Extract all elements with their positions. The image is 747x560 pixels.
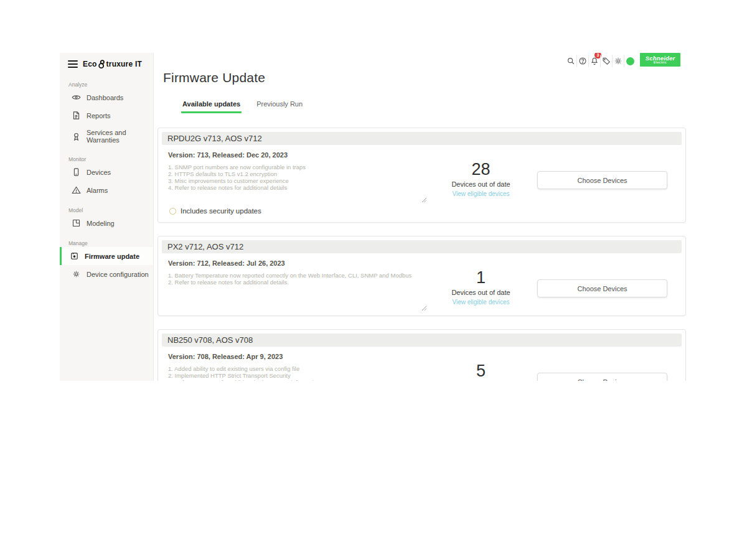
utility-bar: 3 Schneider Electric [565,53,680,67]
tab-bar: Available updates Previously Run [181,100,687,113]
brand-line1: Schneider [646,55,675,62]
sidebar-item-alarms[interactable]: Alarms [60,181,153,199]
notifications-bell-icon[interactable]: 3 [588,55,600,67]
devices-out-of-date-count: 1 [476,268,486,287]
hamburger-menu-icon[interactable] [68,60,78,68]
security-note: Includes security updates [181,207,261,215]
sidebar-item-reports[interactable]: Reports [60,106,153,124]
search-icon[interactable] [565,55,576,67]
page-canvas: Eco truxure IT Analyze Dashboards Report… [0,0,747,560]
release-note: 1. Added ability to edit existing users … [168,365,425,372]
help-icon[interactable] [576,55,588,67]
sidebar-item-label: Alarms [87,187,108,194]
ecostruxure-logo: Eco truxure IT [83,60,142,68]
card-title: NB250 v708, AOS v708 [162,334,682,347]
release-notes-box: 1. Added ability to edit existing users … [168,365,425,381]
sidebar-item-modeling[interactable]: Modeling [60,214,153,232]
security-badge-icon [169,208,176,215]
view-eligible-devices-link[interactable]: View eligible devices [452,190,509,197]
firmware-card-px2: PX2 v712, AOS v712 Version: 712, Release… [157,236,686,316]
page-content: Firmware Update Available updates Previo… [154,53,687,381]
release-note: 4. Refer to release notes for additional… [168,184,425,191]
release-note: 3. Misc improvements to customer experie… [168,177,425,184]
sidebar-item-label: Reports [87,112,111,119]
devices-out-of-date-count: 5 [476,362,486,380]
devices-icon [72,167,81,177]
sidebar-item-devices[interactable]: Devices [60,163,153,181]
user-status-dot[interactable] [624,55,636,67]
version-line: Version: 712, Released: Jul 26, 2023 [168,259,425,267]
page-title: Firmware Update [154,70,687,85]
resize-handle-icon[interactable] [421,194,427,200]
tab-available-updates[interactable]: Available updates [181,100,242,113]
sidebar-item-firmware-update[interactable]: Firmware update [60,247,153,265]
schneider-electric-logo: Schneider Electric [640,53,680,67]
alarms-icon [72,185,81,195]
logo-text-eco: Eco [83,60,97,68]
services-icon [72,132,81,141]
sidebar-item-label: Devices [87,169,111,176]
reports-icon [72,111,81,120]
card-title: RPDU2G v713, AOS v712 [162,132,682,145]
view-eligible-devices-link[interactable]: View eligible devices [452,299,509,306]
section-label-monitor: Monitor [68,156,153,162]
resize-handle-icon[interactable] [421,302,427,308]
section-label-model: Model [68,207,153,213]
dashboards-icon [72,93,81,102]
release-note: 3. Refer to apc.com for additional relea… [168,379,425,381]
logo-text-truxure: truxure IT [106,60,142,68]
sidebar-item-label: Dashboards [87,94,123,101]
sidebar-item-label: Firmware update [85,253,139,260]
release-note: 1. SNMP port numbers are now configurabl… [168,164,425,170]
firmware-card-rpdu2g: RPDU2G v713, AOS v712 Version: 713, Rele… [157,128,686,223]
section-label-analyze: Analyze [68,82,153,88]
modeling-icon [72,218,81,228]
sidebar-header: Eco truxure IT [60,53,153,73]
release-note: 2. Implemented HTTP Strict Transport Sec… [168,372,425,379]
sidebar-item-dashboards[interactable]: Dashboards [60,88,153,106]
firmware-card-nb250: NB250 v708, AOS v708 Version: 708, Relea… [157,329,686,381]
sidebar-item-label: Modeling [87,220,115,227]
version-line: Version: 708, Released: Apr 9, 2023 [168,353,425,360]
section-label-manage: Manage [68,240,153,246]
device-config-icon [72,269,81,279]
tab-previously-run[interactable]: Previously Run [255,100,304,113]
choose-devices-button[interactable]: Choose Devices [537,171,667,189]
devices-out-of-date-label: Devices out of date [451,180,510,188]
devices-out-of-date-count: 28 [471,160,490,179]
release-note: 1. Battery Temperature now reported corr… [168,272,425,279]
release-note: 2. HTTPS defaults to TLS v1.2 encryption [168,170,425,177]
settings-gear-icon[interactable] [612,55,624,67]
choose-devices-button[interactable]: Choose Devices [537,373,667,381]
sidebar-item-label: Services and Warranties [87,129,149,144]
sidebar-item-services-warranties[interactable]: Services and Warranties [60,124,153,148]
release-notes-box: 1. SNMP port numbers are now configurabl… [168,164,425,201]
brand-line2: Electric [654,62,667,65]
main-area: 3 Schneider Electric Firmware Update Ava… [154,53,687,381]
version-line: Version: 713, Released: Dec 20, 2023 [168,151,425,159]
sidebar-item-label: Device configuration [87,271,149,278]
ecostruxure-loop-icon [98,60,106,68]
security-updates-row: Includes security updates [169,207,682,215]
card-title: PX2 v712, AOS v712 [162,240,682,253]
app-window: Eco truxure IT Analyze Dashboards Report… [60,53,687,381]
sidebar-item-device-configuration[interactable]: Device configuration [60,265,153,283]
release-notes-box: 1. Battery Temperature now reported corr… [168,272,425,309]
feedback-tag-icon[interactable] [600,55,612,67]
update-cards-list: RPDU2G v713, AOS v712 Version: 713, Rele… [157,128,686,381]
release-note: 2. Refer to release notes for additional… [168,279,425,286]
devices-out-of-date-label: Devices out of date [451,289,510,296]
firmware-update-icon [70,251,79,261]
sidebar: Eco truxure IT Analyze Dashboards Report… [60,53,154,381]
choose-devices-button[interactable]: Choose Devices [537,279,667,297]
